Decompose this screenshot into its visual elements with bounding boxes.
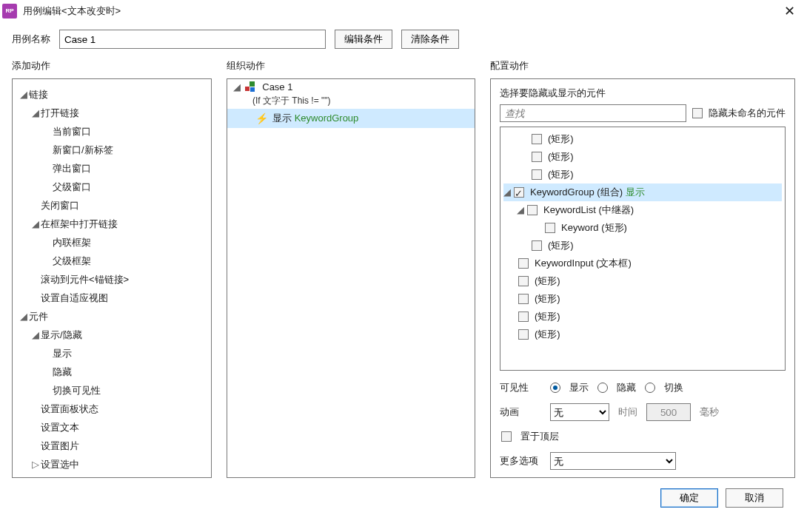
add-action-header: 添加动作 [12,59,212,73]
tree-parent-window[interactable]: 父级窗口 [44,178,207,196]
tree-new-window[interactable]: 新窗口/新标签 [44,141,207,159]
radio-toggle[interactable] [645,383,655,393]
hide-unnamed-checkbox[interactable] [692,108,703,118]
tree-hide[interactable]: 隐藏 [44,363,207,381]
config-title: 选择要隐藏或显示的元件 [500,87,786,100]
tree-show[interactable]: 显示 [44,344,207,363]
widget-row-rect[interactable]: (矩形) [503,237,782,255]
lightning-icon: ⚡ [255,112,268,124]
more-options-label: 更多选项 [500,454,541,468]
title-bar: RP 用例编辑<文本改变时> ✕ [0,0,807,22]
widget-row-rect[interactable]: (矩形) [503,148,782,166]
animation-select[interactable]: 无 [550,403,609,421]
app-icon: RP [2,4,17,18]
organize-panel: ◢ Case 1 (If 文字于 This != "") ⚡ 显示 Keywor… [227,78,475,478]
widget-row-keyword[interactable]: Keyword (矩形) [503,219,782,237]
case-name-label: 用例名称 [12,33,50,46]
ok-button[interactable]: 确定 [660,488,718,508]
tree-open-in-frame[interactable]: ◢在框架中打开链接 内联框架 父级框架 [32,215,207,270]
chevron-down-icon[interactable]: ◢ [233,81,242,94]
add-action-panel: ◢链接 ◢打开链接 当前窗口 新窗口/新标签 弹出窗口 父级窗口 [12,78,212,478]
chevron-down-icon[interactable]: ◢ [503,183,512,201]
action-row[interactable]: ⚡ 显示 KeywordGroup [227,109,475,128]
organize-header: 组织动作 [227,59,475,73]
bring-front-checkbox[interactable] [501,431,512,442]
radio-hide[interactable] [597,383,608,393]
widget-row-keywordlist[interactable]: ◢KeywordList (中继器) [503,201,782,219]
tree-popup-window[interactable]: 弹出窗口 [44,159,207,178]
tree-set-text[interactable]: 设置文本 [32,418,207,437]
case-name-input[interactable] [59,30,326,49]
chevron-down-icon[interactable]: ◢ [32,215,41,233]
tree-scroll-anchor[interactable]: 滚动到元件<锚链接> [32,270,207,289]
chevron-down-icon[interactable]: ◢ [517,201,526,219]
radio-show[interactable] [550,383,560,393]
tree-toggle-visibility[interactable]: 切换可见性 [44,381,207,400]
window-title: 用例编辑<文本改变时> [23,4,121,18]
chevron-down-icon[interactable]: ◢ [32,104,41,122]
svg-rect-1 [245,87,250,91]
tree-links[interactable]: ◢链接 ◢打开链接 当前窗口 新窗口/新标签 弹出窗口 父级窗口 [20,85,207,307]
widget-row-keywordinput[interactable]: KeywordInput (文本框) [503,255,782,272]
tree-set-selected[interactable]: ▷设置选中 [32,455,207,474]
config-panel: 选择要隐藏或显示的元件 隐藏未命名的元件 (矩形) (矩形) (矩形) ◢Key… [490,78,795,478]
widget-row-rect[interactable]: (矩形) [503,166,782,183]
more-options-select[interactable]: 无 [550,452,676,470]
time-input[interactable] [646,403,691,421]
animation-label: 动画 [500,405,541,419]
tree-panel-state[interactable]: 设置面板状态 [32,400,207,418]
case-condition: (If 文字于 This != "") [233,94,469,107]
cancel-button[interactable]: 取消 [726,488,783,508]
chevron-right-icon[interactable]: ▷ [32,455,41,474]
chevron-down-icon[interactable]: ◢ [20,85,29,104]
svg-rect-0 [250,81,255,87]
hide-unnamed-label: 隐藏未命名的元件 [709,107,786,120]
action-target: KeywordGroup [295,112,359,124]
tree-adaptive-view[interactable]: 设置自适应视图 [32,289,207,307]
search-input[interactable] [500,104,686,122]
visibility-label: 可见性 [500,381,541,394]
widget-row-rect[interactable]: (矩形) [503,272,782,290]
ms-label: 毫秒 [700,405,719,419]
tree-parent-frame[interactable]: 父级框架 [44,252,207,270]
widget-tree: (矩形) (矩形) (矩形) ◢KeywordGroup (组合) 显示 ◢Ke… [500,127,786,371]
tree-show-hide[interactable]: ◢显示/隐藏 显示 隐藏 切换可见性 [32,326,207,400]
case-row[interactable]: ◢ Case 1 (If 文字于 This != "") [227,79,475,109]
widget-row-rect[interactable]: (矩形) [503,130,782,148]
tree-close-window[interactable]: 关闭窗口 [32,196,207,215]
tree-set-image[interactable]: 设置图片 [32,437,207,455]
chevron-down-icon[interactable]: ◢ [32,326,41,344]
case-name: Case 1 [262,81,292,92]
edit-condition-button[interactable]: 编辑条件 [335,30,392,49]
bring-front-label: 置于顶层 [520,430,559,443]
case-icon [245,81,255,92]
close-button[interactable]: ✕ [779,3,800,19]
widget-row-rect[interactable]: (矩形) [503,326,782,343]
widget-row-rect[interactable]: (矩形) [503,290,782,308]
clear-condition-button[interactable]: 清除条件 [401,30,459,49]
chevron-down-icon[interactable]: ◢ [20,307,29,326]
widget-row-keywordgroup[interactable]: ◢KeywordGroup (组合) 显示 [503,183,782,201]
config-header: 配置动作 [490,59,795,73]
tree-widgets[interactable]: ◢元件 ◢显示/隐藏 显示 隐藏 切换可见性 设置面板状态 [20,307,207,474]
keywordgroup-checkbox[interactable] [514,187,524,198]
widget-row-rect[interactable]: (矩形) [503,308,782,326]
tree-current-window[interactable]: 当前窗口 [44,122,207,141]
svg-rect-2 [250,87,255,92]
tree-inline-frame[interactable]: 内联框架 [44,233,207,252]
time-label: 时间 [618,405,637,419]
tree-open-link[interactable]: ◢打开链接 当前窗口 新窗口/新标签 弹出窗口 父级窗口 [32,104,207,196]
